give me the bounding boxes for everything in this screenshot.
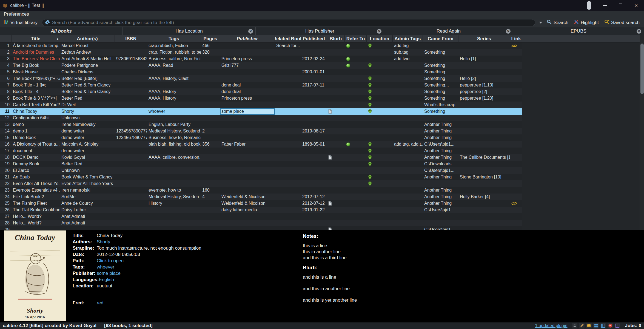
vl-tab-all-books[interactable]: All books xyxy=(0,27,123,35)
detail-value[interactable]: red xyxy=(97,301,104,305)
table-row[interactable]: 13demoIrène NémirovskyEnglish, Labour Pa… xyxy=(0,121,522,128)
tab-close-icon[interactable]: × xyxy=(506,29,511,34)
column-header-admin-tags[interactable]: Admin Tags xyxy=(393,35,423,42)
column-header-series[interactable]: Series xyxy=(458,35,510,42)
highlight-button[interactable]: Highlight xyxy=(571,19,602,26)
table-row[interactable]: 6The Book !"#$%&'()*+,-./Better Red [Edi… xyxy=(0,75,522,82)
location-pin-icon xyxy=(368,83,372,87)
cell-location xyxy=(367,154,393,161)
vertical-scrollbar[interactable] xyxy=(640,35,644,230)
close-button[interactable]: × xyxy=(628,0,644,11)
search-button[interactable]: Search xyxy=(544,19,571,26)
table-row[interactable]: 18DOCX DemoKovid GoyalAAAA, calibre, con… xyxy=(0,154,522,161)
table-row[interactable]: 4The Big BookPodere PatrignoneAAAA, Read… xyxy=(0,62,522,69)
search-history-dropdown[interactable] xyxy=(537,19,544,26)
table-row[interactable]: 3The Bankers' New Cloth...Anat Admati & … xyxy=(0,56,522,62)
detail-value[interactable]: English xyxy=(99,277,114,282)
column-header-refer-to[interactable]: Refer To xyxy=(345,35,367,42)
table-row[interactable]: 8Book Title - 4Better Red & Tom ClancyAA… xyxy=(0,88,522,95)
detail-field: Publisher:some place xyxy=(73,271,201,276)
saved-search-button[interactable]: Saved search xyxy=(602,19,642,26)
detail-value[interactable]: Click to open xyxy=(97,258,124,263)
tab-close-icon[interactable]: × xyxy=(248,29,253,34)
table-row[interactable]: 25The Fishing FleetAnne de CourcyHistory… xyxy=(0,200,522,207)
detail-value[interactable]: Shorty xyxy=(97,239,110,244)
cell-rownum: 24 xyxy=(0,194,12,200)
table-row[interactable]: 9Book Title & 3 \/:*?"<>|Better RedAAAA,… xyxy=(0,95,522,102)
minimize-button[interactable] xyxy=(597,0,613,11)
virtual-library-button[interactable]: Virtual library xyxy=(2,19,40,26)
table-row[interactable]: 22Even After All These Ye...Even After A… xyxy=(0,180,522,187)
swap-icon[interactable] xyxy=(572,323,577,328)
table-row[interactable]: 15Demo Bookdemo writer1234567890777Busin… xyxy=(0,134,522,141)
table-row[interactable]: 24File Link Book 2SortMeMedieval History… xyxy=(0,194,522,200)
table-row[interactable]: 2Android for DummiesZethan Andrewcrap, F… xyxy=(0,49,522,56)
vl-tab-read-again[interactable]: Read Again× xyxy=(384,27,513,35)
table-row[interactable]: 28Hello... World?Anat Admati xyxy=(0,220,522,226)
jobs-label[interactable]: Jobs: 0 xyxy=(625,323,641,328)
cell-refer xyxy=(345,95,367,102)
column-header-location[interactable]: Location xyxy=(367,35,393,42)
column-header-published[interactable]: Published xyxy=(301,35,327,42)
cell-text: Book Title - 1 []=; xyxy=(13,83,46,88)
menu-item-preferences[interactable]: Preferences xyxy=(0,11,33,18)
table-row[interactable]: 29C:\Users\pjd1... xyxy=(0,226,522,230)
cover-browser-icon[interactable] xyxy=(586,323,592,328)
table-row[interactable]: 23Evernote Essentials v4 ...ıren nemırof… xyxy=(0,187,522,194)
column-header-publisher[interactable]: Publisher xyxy=(220,35,275,42)
cell-refer xyxy=(345,174,367,180)
cell-refer xyxy=(345,154,367,161)
column-header-blurb[interactable]: Blurb xyxy=(327,35,345,42)
vl-tab-has-location[interactable]: Has Location× xyxy=(123,27,256,35)
cell-text: Zethan Andrew xyxy=(61,50,91,55)
table-row[interactable]: 27Hello... World?Anat Admati xyxy=(0,213,522,220)
vl-tab-has-publisher[interactable]: Has Publisher× xyxy=(256,27,384,35)
table-row[interactable]: 1À la recherche du temp...Marcel Proustc… xyxy=(0,42,522,49)
detail-value[interactable]: some place xyxy=(97,271,121,276)
column-header-rownum[interactable] xyxy=(0,35,12,42)
book-details-icon[interactable] xyxy=(615,323,620,328)
table-row[interactable]: 11China TodayShortywhoeversome placeSome… xyxy=(0,108,522,115)
maximize-button[interactable] xyxy=(613,0,628,11)
scrollbar-thumb[interactable] xyxy=(640,44,644,94)
book-cover[interactable]: China Today Shorty 16 Apr 2016 xyxy=(4,230,66,321)
cell-publisher xyxy=(220,49,275,56)
cover-grid-icon[interactable] xyxy=(593,323,599,328)
column-header-title[interactable]: Title▲ xyxy=(12,35,60,42)
column-header-author-s-[interactable]: Author(s) xyxy=(60,35,115,42)
detail-value[interactable]: whoever xyxy=(97,265,114,270)
vl-tab-epubs[interactable]: EPUBS× xyxy=(513,27,644,35)
table-row[interactable]: 5Bleak HouseCharles Dickens2000-01-01Som… xyxy=(0,69,522,75)
table-row[interactable]: 12Configuration 64bitUnknown xyxy=(0,115,522,121)
table-row[interactable]: 17documentdemo writerAnother Thing xyxy=(0,148,522,154)
column-header-pages[interactable]: Pages xyxy=(201,35,220,42)
gear-icon[interactable] xyxy=(45,20,50,26)
tab-close-icon[interactable]: × xyxy=(637,29,641,34)
donate-icon[interactable] xyxy=(608,323,613,328)
column-header-tags[interactable]: Tags xyxy=(147,35,201,42)
column-header-link[interactable]: Link xyxy=(510,35,522,42)
cell-related xyxy=(275,134,301,141)
table-row[interactable]: 20El ZarcoUnknownC:\Users\pjd1... xyxy=(0,167,522,174)
cell-title: document xyxy=(12,148,60,154)
table-row[interactable]: 10Can Bad Teeth Kill You?Dr WeilWhat's t… xyxy=(0,102,522,108)
column-header-came-from[interactable]: Came From xyxy=(423,35,458,42)
detail-label: Publisher: xyxy=(73,271,97,276)
tag-browser-icon[interactable] xyxy=(600,323,606,328)
column-header-related-book[interactable]: Related Book xyxy=(275,35,301,42)
tab-close-icon[interactable]: × xyxy=(377,29,381,34)
cell-text: document xyxy=(13,148,32,153)
updated-plugin-link[interactable]: 1 updated plugin xyxy=(535,323,567,328)
cell-rownum: 7 xyxy=(0,82,12,88)
cell-title: À la recherche du temp... xyxy=(12,42,60,49)
table-row[interactable]: 26The Flat Broke CookbookDaisy Lutherdai… xyxy=(0,207,522,213)
table-row[interactable]: 7Book Title - 1 []=;Better Red & Tom Cla… xyxy=(0,82,522,88)
table-row[interactable]: 16A Dictionary of Trout a...Malcolm A. S… xyxy=(0,141,522,148)
column-header-isbn[interactable]: ISBN xyxy=(115,35,147,42)
table-row[interactable]: 14demo 1demo writer1234567890777Medieval… xyxy=(0,128,522,134)
search-input[interactable]: Search (For advanced search click the ge… xyxy=(42,19,535,26)
table-row[interactable]: 21An EpubBook Writer & Tom ClancyAnother… xyxy=(0,174,522,180)
cell-published xyxy=(301,49,327,56)
edit-icon[interactable] xyxy=(579,323,585,328)
table-row[interactable]: 19Dummy BookBetter RedC:\Downloads... xyxy=(0,161,522,167)
